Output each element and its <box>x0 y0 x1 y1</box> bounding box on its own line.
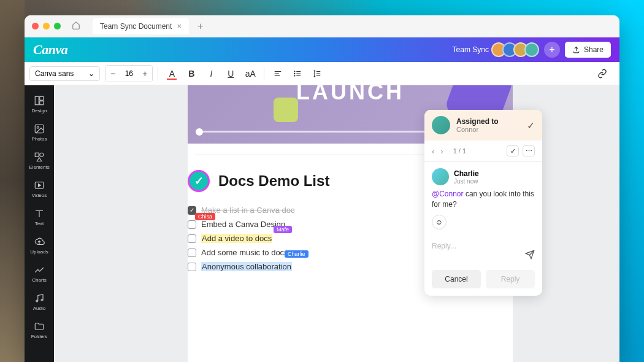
resolve-button[interactable]: ✓ <box>507 145 519 156</box>
add-collaborator-button[interactable]: + <box>544 42 560 58</box>
titlebar: Team Sync Document × + <box>25 15 619 37</box>
 <box>34 264 45 275</box>
link-button[interactable] <box>594 65 611 82</box>
sidebar-item-design[interactable]: Design <box>25 90 54 118</box>
sidebar-item-photos[interactable]: Photos <box>25 118 54 147</box>
app-header: Canva Team Sync + Share <box>25 37 619 62</box>
page-heading[interactable]: Docs Demo List <box>218 172 329 190</box>
assigned-header: Assigned to Connor ✓ <box>424 110 542 141</box>
comment-text: @Connor can you look into this for me? <box>432 189 535 210</box>
canva-logo[interactable]: Canva <box>33 42 67 58</box>
comment-panel: Assigned to Connor ✓ ‹ › 1 / 1 ✓ ⋯ <box>424 110 542 296</box>
svg-point-5 <box>294 75 295 75</box>
cursor-tag-charlie: Charlie <box>285 250 309 258</box>
cloud-upload-icon <box>34 236 45 247</box>
avatar <box>432 168 449 185</box>
assigned-label: Assigned to <box>456 117 499 126</box>
check-badge-icon: ✓ <box>188 170 210 192</box>
avatar <box>432 116 450 134</box>
svg-point-16 <box>37 126 39 128</box>
sidebar-item-elements[interactable]: Elements <box>25 147 54 175</box>
resolve-check-icon[interactable]: ✓ <box>527 120 535 131</box>
assigned-name: Connor <box>456 126 499 133</box>
maximize-window[interactable] <box>54 23 61 29</box>
reply-input[interactable]: Reply... <box>424 236 542 265</box>
comment-body: Charlie Just now @Connor can you look in… <box>424 162 542 236</box>
sidebar-item-charts[interactable]: Charts <box>25 260 54 288</box>
tab-close-icon[interactable]: × <box>177 21 182 31</box>
layout-icon <box>34 95 45 106</box>
underline-button[interactable]: U <box>222 65 239 82</box>
svg-point-21 <box>41 299 43 301</box>
share-button[interactable]: Share <box>565 42 611 58</box>
align-button[interactable] <box>269 65 286 82</box>
comment-actions: Cancel Reply <box>424 265 542 296</box>
chevron-down-icon: ⌄ <box>88 69 94 78</box>
next-comment-button[interactable]: › <box>440 147 443 156</box>
close-window[interactable] <box>32 23 39 29</box>
sidebar-item-uploads[interactable]: Uploads <box>25 231 54 260</box>
sidebar-item-audio[interactable]: Audio <box>25 288 54 316</box>
svg-point-3 <box>294 71 295 71</box>
svg-point-18 <box>40 153 44 156</box>
minimize-window[interactable] <box>43 23 50 29</box>
image-icon <box>34 123 45 134</box>
checkbox[interactable] <box>188 220 196 229</box>
spacing-button[interactable] <box>309 65 326 82</box>
increase-size-button[interactable]: + <box>137 66 152 82</box>
text-toolbar: Canva sans ⌄ − 16 + A B I U aA <box>25 62 619 85</box>
tab-title: Team Sync Document <box>100 22 172 31</box>
editor-canvas[interactable]: LAUNCH ✓ Docs Demo List ✓ Make a list in… <box>54 85 619 362</box>
comment-timestamp: Just now <box>454 178 479 185</box>
sidebar-item-text[interactable]: Text <box>25 203 54 231</box>
banner-text: LAUNCH <box>296 85 404 105</box>
svg-point-20 <box>36 300 38 302</box>
play-icon <box>34 180 45 191</box>
music-icon <box>34 293 45 304</box>
home-icon[interactable] <box>72 21 80 32</box>
app-window: Team Sync Document × + Canva Team Sync +… <box>25 15 619 362</box>
slider-thumb[interactable] <box>196 128 203 136</box>
sidebar-item-videos[interactable]: Videos <box>25 175 54 203</box>
bold-button[interactable]: B <box>183 65 200 82</box>
sidebar-item-folders[interactable]: Folders <box>25 316 54 344</box>
text-case-button[interactable]: aA <box>242 65 259 82</box>
mention[interactable]: @Connor <box>432 190 464 198</box>
upload-icon <box>572 46 580 54</box>
left-sidebar: Design Photos Elements Videos Text Uploa… <box>25 85 54 362</box>
italic-button[interactable]: I <box>202 65 220 82</box>
cancel-button[interactable]: Cancel <box>432 270 481 288</box>
browser-tab[interactable]: Team Sync Document × <box>93 18 189 34</box>
more-options-button[interactable]: ⋯ <box>523 145 535 156</box>
svg-point-4 <box>294 73 295 74</box>
decrease-size-button[interactable]: − <box>105 66 120 82</box>
list-button[interactable] <box>289 65 306 82</box>
checkbox[interactable] <box>188 263 196 271</box>
text-color-button[interactable]: A <box>163 65 180 82</box>
svg-rect-12 <box>35 96 39 105</box>
svg-rect-14 <box>40 101 44 105</box>
add-reaction-button[interactable]: ☺ <box>432 215 447 229</box>
prev-comment-button[interactable]: ‹ <box>432 147 434 156</box>
svg-rect-17 <box>35 153 39 156</box>
new-tab-button[interactable]: + <box>197 21 203 32</box>
text-icon <box>34 208 45 219</box>
folder-icon <box>34 321 45 332</box>
collaborator-avatars[interactable] <box>495 42 539 57</box>
document-name[interactable]: Team Sync <box>453 45 489 54</box>
font-size-stepper: − 16 + <box>105 65 153 82</box>
send-icon[interactable] <box>525 250 535 261</box>
checkbox[interactable] <box>188 234 196 243</box>
comment-count: 1 / 1 <box>453 147 466 155</box>
svg-rect-13 <box>40 96 44 100</box>
window-controls <box>32 23 61 29</box>
avatar[interactable] <box>524 42 539 57</box>
reply-button[interactable]: Reply <box>486 270 535 288</box>
comment-author: Charlie <box>454 169 479 178</box>
comment-nav: ‹ › 1 / 1 ✓ ⋯ <box>424 141 542 162</box>
font-size-value[interactable]: 16 <box>120 69 137 78</box>
shapes-icon <box>34 152 45 163</box>
font-family-select[interactable]: Canva sans ⌄ <box>29 66 100 81</box>
checkbox[interactable] <box>188 248 196 257</box>
